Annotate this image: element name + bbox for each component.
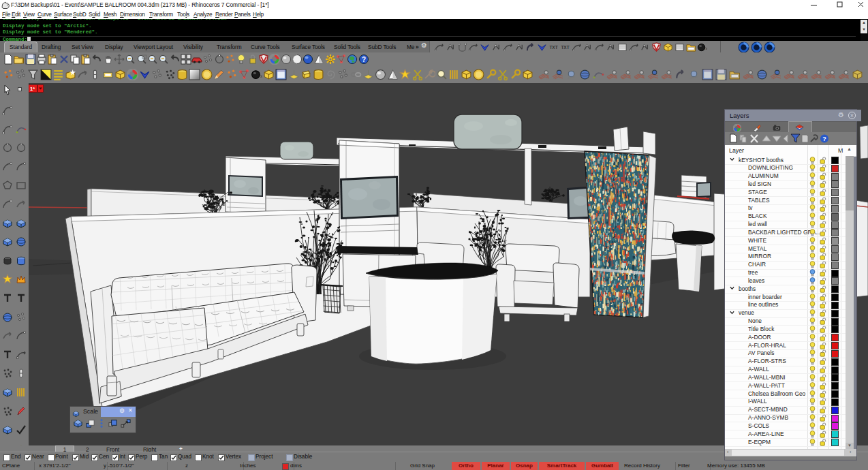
svg-text:?: ? xyxy=(362,56,366,63)
svg-text:TXT: TXT xyxy=(549,45,557,50)
svg-text:?: ? xyxy=(822,136,826,142)
svg-text:»: » xyxy=(706,46,708,52)
svg-text:»: » xyxy=(260,73,262,80)
svg-text:TXT: TXT xyxy=(561,45,569,50)
svg-text:1*: 1* xyxy=(30,86,35,92)
